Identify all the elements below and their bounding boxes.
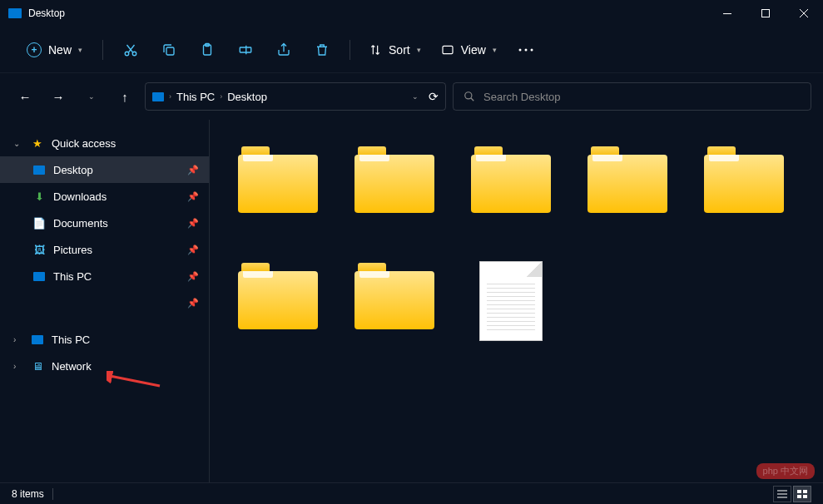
folder-item[interactable] [220, 140, 336, 256]
up-button[interactable]: ↑ [112, 83, 138, 110]
sidebar-item-pictures[interactable]: 🖼 Pictures 📌 [0, 236, 209, 263]
pin-icon: 📌 [187, 245, 199, 255]
pin-icon: 📌 [187, 271, 199, 282]
svg-rect-14 [797, 490, 801, 493]
address-bar[interactable]: › This PC › Desktop ⌄ ⟳ [145, 82, 446, 111]
sidebar-item-label: Pictures [53, 244, 92, 256]
pin-icon: 📌 [187, 218, 199, 229]
view-icon [441, 43, 454, 57]
delete-button[interactable] [305, 35, 340, 65]
file-item[interactable] [453, 256, 569, 373]
plus-icon: + [27, 42, 42, 57]
folder-icon [588, 146, 667, 213]
maximize-button[interactable] [746, 0, 785, 27]
svg-point-3 [132, 52, 136, 56]
sidebar-item-label: Documents [53, 217, 108, 230]
svg-rect-15 [803, 490, 807, 493]
content-area[interactable] [210, 120, 823, 482]
folder-icon [354, 263, 434, 329]
folder-item[interactable] [686, 140, 802, 256]
sidebar-item-label: Network [52, 360, 92, 373]
rename-button[interactable] [228, 35, 263, 65]
close-button[interactable] [785, 0, 823, 27]
sidebar-item-label: Downloads [53, 190, 107, 203]
folder-icon [354, 146, 434, 213]
chevron-down-icon: ▾ [493, 46, 497, 54]
folder-icon [471, 146, 551, 213]
divider [102, 40, 103, 60]
svg-point-2 [125, 52, 129, 56]
more-button[interactable] [508, 35, 543, 65]
sidebar-item-downloads[interactable]: ⬇ Downloads 📌 [0, 183, 209, 210]
svg-point-12 [465, 92, 472, 99]
svg-rect-7 [240, 47, 251, 52]
sidebar-section-network[interactable]: › 🖥 Network [0, 353, 209, 379]
folder-item[interactable] [336, 140, 453, 256]
chevron-down-icon: ⌄ [13, 139, 23, 148]
sort-button[interactable]: Sort ▾ [360, 38, 429, 62]
icons-view-button[interactable] [793, 486, 811, 502]
star-icon: ★ [30, 137, 45, 150]
sidebar-section-this-pc[interactable]: › This PC [0, 326, 209, 353]
sidebar-item-blank[interactable]: 📌 [0, 289, 209, 316]
chevron-right-icon: › [220, 92, 222, 101]
cut-button[interactable] [113, 35, 148, 65]
search-bar[interactable] [453, 82, 811, 111]
sidebar: ⌄ ★ Quick access Desktop 📌 ⬇ Downloads 📌… [0, 120, 210, 482]
recent-button[interactable]: ⌄ [78, 83, 105, 110]
svg-point-11 [530, 48, 533, 51]
divider [52, 488, 53, 500]
svg-rect-0 [723, 13, 731, 14]
share-button[interactable] [266, 35, 301, 65]
breadcrumb-segment[interactable]: Desktop [227, 91, 267, 103]
folder-icon [238, 146, 318, 213]
pin-icon: 📌 [187, 165, 199, 175]
sidebar-quick-access[interactable]: ⌄ ★ Quick access [0, 130, 209, 156]
new-label: New [48, 43, 72, 57]
svg-point-10 [524, 48, 527, 51]
folder-item[interactable] [220, 256, 336, 373]
item-count: 8 items [12, 488, 44, 500]
sidebar-item-label: Desktop [53, 164, 93, 176]
toolbar: + New ▾ Sort ▾ View [0, 27, 823, 73]
sidebar-item-documents[interactable]: 📄 Documents 📌 [0, 210, 209, 236]
svg-rect-17 [803, 495, 807, 498]
pictures-icon: 🖼 [32, 244, 47, 256]
chevron-down-icon: ▾ [417, 46, 421, 54]
search-input[interactable] [483, 91, 801, 103]
paste-button[interactable] [190, 35, 225, 65]
back-button[interactable]: ← [12, 83, 38, 110]
desktop-icon [8, 8, 22, 18]
folder-icon [704, 146, 784, 213]
chevron-down-icon[interactable]: ⌄ [412, 92, 419, 101]
copy-button[interactable] [151, 35, 186, 65]
monitor-icon [32, 272, 47, 281]
breadcrumb-segment[interactable]: This PC [176, 91, 215, 103]
folder-item[interactable] [453, 140, 569, 256]
sidebar-item-this-pc[interactable]: This PC 📌 [0, 263, 209, 289]
forward-button[interactable]: → [45, 83, 72, 110]
titlebar: Desktop [0, 0, 823, 27]
details-view-button[interactable] [773, 486, 791, 502]
status-bar: 8 items [0, 482, 823, 504]
view-label: View [461, 43, 486, 57]
address-row: ← → ⌄ ↑ › This PC › Desktop ⌄ ⟳ [0, 73, 823, 120]
view-button[interactable]: View ▾ [433, 38, 505, 62]
window-title: Desktop [28, 7, 65, 19]
sort-label: Sort [389, 43, 410, 57]
svg-point-9 [518, 48, 521, 51]
svg-rect-8 [443, 46, 453, 53]
folder-icon [238, 263, 318, 329]
folder-item[interactable] [336, 256, 453, 373]
desktop-icon [32, 166, 47, 175]
chevron-down-icon: ▾ [78, 46, 82, 54]
new-button[interactable]: + New ▾ [17, 37, 92, 62]
pin-icon: 📌 [187, 298, 199, 309]
search-icon [464, 91, 475, 102]
sidebar-item-label: This PC [52, 334, 90, 346]
refresh-button[interactable]: ⟳ [429, 90, 439, 103]
divider [350, 40, 350, 60]
minimize-button[interactable] [708, 0, 746, 27]
sidebar-item-desktop[interactable]: Desktop 📌 [0, 156, 209, 183]
folder-item[interactable] [569, 140, 686, 256]
